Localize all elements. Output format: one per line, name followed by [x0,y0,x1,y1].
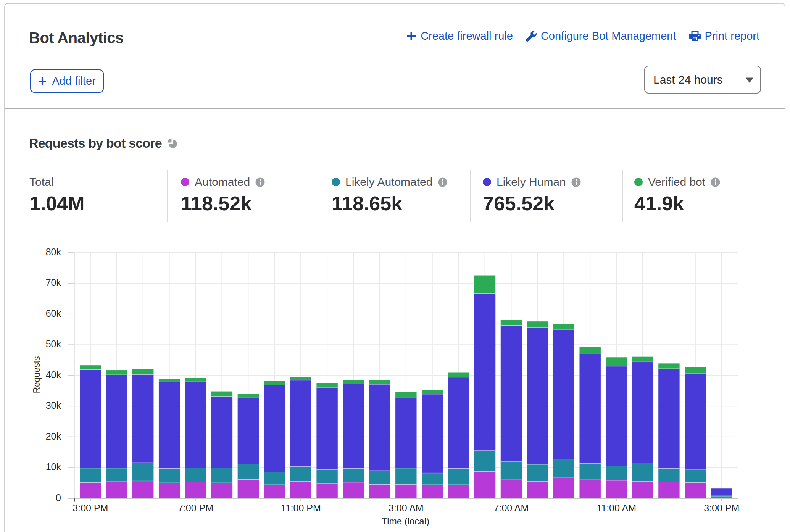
bar-segment-likely-automated[interactable] [606,466,627,480]
bar-segment-likely-human[interactable] [685,373,706,469]
bar-group[interactable] [553,324,574,498]
bar-group[interactable] [579,347,600,498]
bar-segment-automated[interactable] [211,483,232,498]
bar-segment-likely-automated[interactable] [632,463,653,481]
bar-segment-verified-bot[interactable] [185,378,206,381]
bar-segment-automated[interactable] [264,485,285,498]
bar-segment-likely-automated[interactable] [422,473,443,485]
bar-segment-automated[interactable] [606,480,627,498]
bar-segment-automated[interactable] [395,484,416,498]
bar-segment-automated[interactable] [448,485,469,498]
create-firewall-rule-link[interactable]: Create firewall rule [406,30,513,42]
bar-segment-likely-human[interactable] [632,362,653,463]
bar-group[interactable] [238,394,259,498]
bar-group[interactable] [448,373,469,498]
bar-segment-likely-human[interactable] [579,353,600,464]
bar-segment-likely-automated[interactable] [579,464,600,480]
bar-group[interactable] [185,378,206,498]
bar-group[interactable] [211,392,232,498]
info-icon[interactable] [711,177,720,187]
bar-segment-verified-bot[interactable] [501,320,522,325]
bar-segment-verified-bot[interactable] [264,381,285,385]
bar-segment-likely-human[interactable] [80,369,101,468]
bar-segment-likely-automated[interactable] [343,468,364,482]
bar-segment-automated[interactable] [579,480,600,498]
bar-segment-automated[interactable] [80,482,101,498]
bar-segment-verified-bot[interactable] [343,380,364,384]
bar-segment-verified-bot[interactable] [579,347,600,353]
bar-group[interactable] [711,488,732,498]
bar-group[interactable] [132,369,153,498]
bar-group[interactable] [106,370,127,498]
bar-segment-likely-automated[interactable] [395,468,416,485]
bar-group[interactable] [658,363,679,498]
bar-segment-verified-bot[interactable] [369,380,390,384]
bar-segment-automated[interactable] [343,482,364,498]
bar-segment-verified-bot[interactable] [448,373,469,377]
bar-segment-automated[interactable] [159,483,180,498]
bar-segment-verified-bot[interactable] [422,390,443,394]
bar-segment-likely-automated[interactable] [80,468,101,483]
bar-group[interactable] [290,377,311,498]
bar-segment-likely-human[interactable] [474,294,495,451]
bar-segment-likely-human[interactable] [606,366,627,466]
bar-segment-likely-automated[interactable] [132,463,153,481]
bar-segment-verified-bot[interactable] [132,369,153,374]
bar-segment-verified-bot[interactable] [606,357,627,366]
bar-segment-likely-human[interactable] [501,326,522,462]
bar-group[interactable] [501,320,522,498]
bar-segment-automated[interactable] [658,482,679,498]
bar-segment-likely-automated[interactable] [553,459,574,477]
add-filter-button[interactable]: Add filter [30,69,104,93]
bar-group[interactable] [369,380,390,498]
bar-segment-verified-bot[interactable] [632,357,653,362]
bar-segment-likely-automated[interactable] [264,472,285,485]
bar-segment-likely-human[interactable] [711,488,732,495]
bar-segment-verified-bot[interactable] [211,392,232,397]
bar-segment-automated[interactable] [527,481,548,498]
bar-segment-likely-human[interactable] [132,374,153,463]
bar-group[interactable] [395,392,416,498]
bar-segment-automated[interactable] [422,485,443,498]
bar-segment-likely-automated[interactable] [369,471,390,484]
bar-segment-likely-human[interactable] [238,398,259,464]
bar-segment-likely-automated[interactable] [290,467,311,482]
bar-segment-verified-bot[interactable] [658,363,679,369]
bar-segment-automated[interactable] [501,480,522,498]
bar-segment-likely-human[interactable] [369,384,390,471]
bar-segment-likely-automated[interactable] [211,468,232,483]
bar-segment-verified-bot[interactable] [106,370,127,375]
time-range-select[interactable]: Last 24 hours [644,66,761,94]
bar-segment-likely-automated[interactable] [685,469,706,483]
bar-group[interactable] [474,276,495,498]
bar-segment-automated[interactable] [290,481,311,498]
bar-group[interactable] [264,381,285,498]
bar-group[interactable] [632,357,653,498]
bar-segment-verified-bot[interactable] [159,379,180,382]
bar-segment-likely-automated[interactable] [159,468,180,483]
bar-segment-verified-bot[interactable] [238,394,259,398]
bar-segment-likely-human[interactable] [290,380,311,467]
bar-segment-automated[interactable] [238,479,259,498]
bar-group[interactable] [343,380,364,498]
bar-segment-likely-human[interactable] [448,377,469,469]
bar-segment-likely-human[interactable] [343,384,364,468]
bar-segment-verified-bot[interactable] [316,383,337,387]
bar-segment-verified-bot[interactable] [395,392,416,397]
bar-group[interactable] [422,390,443,498]
bar-segment-likely-human[interactable] [553,329,574,459]
bar-segment-automated[interactable] [553,477,574,498]
bar-segment-likely-automated[interactable] [185,468,206,482]
bar-segment-verified-bot[interactable] [685,367,706,373]
bar-segment-likely-human[interactable] [159,382,180,469]
bar-segment-likely-automated[interactable] [527,464,548,481]
bar-segment-verified-bot[interactable] [553,324,574,329]
bar-segment-verified-bot[interactable] [527,321,548,327]
bar-segment-automated[interactable] [474,472,495,498]
bar-segment-verified-bot[interactable] [290,377,311,380]
bar-segment-automated[interactable] [106,482,127,498]
configure-bot-management-link[interactable]: Configure Bot Management [526,30,676,42]
bar-segment-likely-human[interactable] [422,394,443,473]
info-icon[interactable] [571,177,581,187]
bar-segment-likely-automated[interactable] [106,468,127,482]
